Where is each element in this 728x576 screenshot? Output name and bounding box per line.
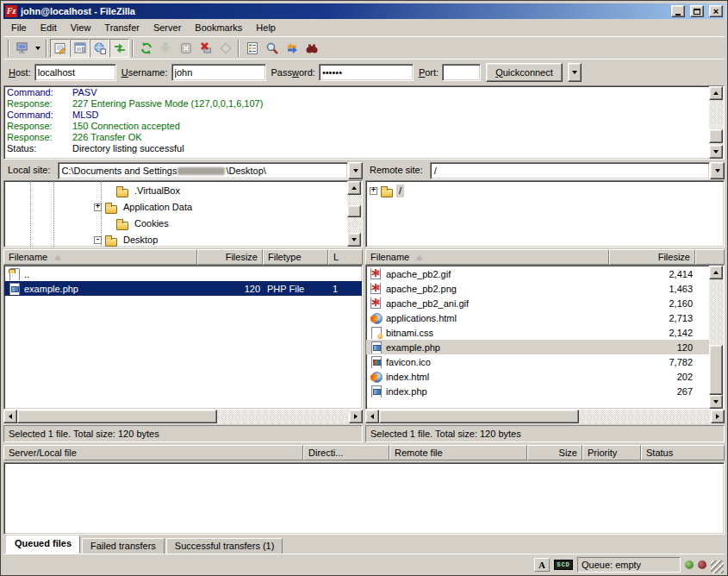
scroll-thumb[interactable] (709, 129, 723, 143)
column-header[interactable]: Filename (3, 249, 197, 265)
file-row[interactable]: favicon.ico 7,782 (366, 354, 709, 369)
reconnect-button[interactable] (215, 39, 235, 58)
remote-list-scrollbar[interactable] (709, 266, 724, 409)
scroll-thumb[interactable] (347, 205, 361, 217)
menu-item[interactable]: Transfer (97, 20, 146, 35)
tree-item[interactable]: / (366, 183, 724, 199)
local-hscrollbar[interactable] (3, 410, 363, 424)
scroll-up-button[interactable] (709, 86, 723, 100)
column-header[interactable]: Filesize (197, 249, 263, 265)
tree-expander[interactable] (370, 187, 377, 195)
toggle-transfer-queue-button[interactable] (109, 39, 129, 58)
menu-item[interactable]: Edit (34, 20, 64, 35)
queue-column-header[interactable]: Remote file (389, 445, 527, 460)
file-row[interactable]: example.php 120 (366, 340, 709, 354)
queue-column-header[interactable]: Server/Local file (3, 445, 303, 460)
minimize-button[interactable] (671, 5, 685, 17)
local-path-value[interactable]: C:\Documents and Settings\Desktop\ (58, 162, 348, 179)
close-button[interactable]: × (709, 5, 723, 17)
local-tree-body: .VirtualBox Application Data (4, 181, 347, 247)
toggle-message-log-button[interactable] (50, 39, 70, 58)
tree-item[interactable]: Application Data (4, 199, 347, 216)
password-input[interactable] (319, 64, 414, 81)
file-row[interactable]: bitnami.css 2,142 (366, 325, 709, 340)
file-row[interactable]: index.php 267 (366, 384, 709, 398)
tree-expander[interactable] (94, 203, 102, 211)
process-queue-button[interactable] (156, 39, 176, 58)
queue-tab[interactable]: Failed transfers (82, 538, 165, 554)
scroll-down-button[interactable] (709, 145, 723, 159)
open-site-manager-button[interactable] (12, 39, 32, 58)
cancel-operation-button[interactable] (176, 39, 196, 58)
queue-tab[interactable]: Queued files (6, 535, 80, 554)
menu-item[interactable]: Server (146, 20, 188, 35)
log-scrollbar[interactable] (709, 86, 724, 159)
scroll-down-button[interactable] (709, 395, 723, 409)
host-input[interactable] (34, 64, 116, 81)
quickconnect-dropdown-button[interactable] (568, 63, 582, 82)
tree-expander[interactable] (94, 236, 102, 244)
file-row[interactable]: apache_pb2.png 1,463 (366, 281, 709, 296)
toggle-local-tree-button[interactable] (70, 39, 90, 58)
find-files-button[interactable] (302, 39, 321, 58)
column-header[interactable]: Filetype (263, 249, 328, 265)
file-search-button[interactable] (262, 39, 282, 58)
column-header[interactable]: L (328, 249, 363, 265)
port-input[interactable] (442, 64, 481, 81)
resize-grip[interactable] (711, 560, 724, 573)
scroll-up-button[interactable] (347, 181, 361, 195)
file-row[interactable]: apache_pb2.gif 2,414 (366, 266, 709, 281)
file-row[interactable]: index.html 202 (366, 369, 709, 384)
local-path-combo[interactable]: C:\Documents and Settings\Desktop\ (58, 162, 363, 179)
tree-item[interactable]: Desktop (4, 232, 347, 247)
refresh-button[interactable] (136, 39, 156, 58)
scroll-down-button[interactable] (347, 233, 361, 247)
scroll-right-button[interactable] (349, 410, 363, 423)
site-manager-dropdown-button[interactable] (32, 39, 43, 58)
column-header[interactable]: Filesize (609, 249, 695, 265)
scroll-right-button[interactable] (711, 410, 725, 423)
column-header[interactable] (695, 249, 725, 265)
file-size: 202 (610, 372, 696, 382)
remote-path-value[interactable]: / (430, 162, 710, 179)
queue-column-header[interactable]: Status (641, 445, 725, 460)
local-treeview-icon (73, 41, 87, 55)
scroll-thumb[interactable] (379, 410, 579, 423)
menu-item[interactable]: View (64, 20, 98, 35)
file-row[interactable]: .. (4, 266, 362, 281)
scroll-thumb[interactable] (17, 410, 217, 423)
column-header[interactable]: Filename (365, 249, 609, 265)
remote-path-dropdown[interactable] (710, 162, 725, 179)
tree-item[interactable]: .VirtualBox (4, 183, 347, 199)
maximize-button[interactable] (690, 5, 704, 17)
quickconnect-button[interactable]: Quickconnect (486, 63, 563, 82)
remote-hscrollbar[interactable] (365, 410, 725, 424)
file-row[interactable]: apache_pb2_ani.gif 2,160 (366, 296, 709, 310)
speed-limits-icon[interactable]: SCD (554, 560, 573, 570)
queue-column-header[interactable]: Priority (582, 445, 641, 460)
file-row[interactable]: applications.html 2,713 (366, 310, 709, 325)
queue-column-header[interactable]: Size (527, 445, 582, 460)
file-row[interactable]: example.php 120 PHP File 1 (4, 281, 362, 296)
queue-header: Server/Local file Directi... Remote file… (3, 445, 725, 462)
synchronized-browsing-button[interactable] (282, 39, 302, 58)
remote-path-combo[interactable]: / (430, 162, 725, 179)
disconnect-button[interactable] (196, 39, 215, 58)
scroll-thumb[interactable] (709, 345, 723, 395)
scroll-left-button[interactable] (365, 410, 379, 423)
scroll-left-button[interactable] (3, 410, 17, 423)
tree-item[interactable]: Cookies (4, 216, 347, 232)
sort-asc-icon (416, 254, 423, 260)
menu-item[interactable]: Help (249, 20, 283, 35)
directory-filters-button[interactable] (242, 39, 262, 58)
toggle-remote-tree-button[interactable] (90, 39, 109, 58)
queue-column-header[interactable]: Directi... (303, 445, 389, 460)
queue-tab[interactable]: Successful transfers (1) (166, 538, 283, 554)
menu-item[interactable]: Bookmarks (188, 20, 249, 35)
local-tree-scrollbar[interactable] (347, 181, 362, 247)
scroll-up-button[interactable] (709, 266, 723, 279)
username-input[interactable] (171, 64, 266, 81)
transfer-type-icon[interactable]: A (534, 558, 550, 572)
menu-item[interactable]: File (4, 20, 34, 35)
local-path-dropdown[interactable] (348, 162, 363, 179)
